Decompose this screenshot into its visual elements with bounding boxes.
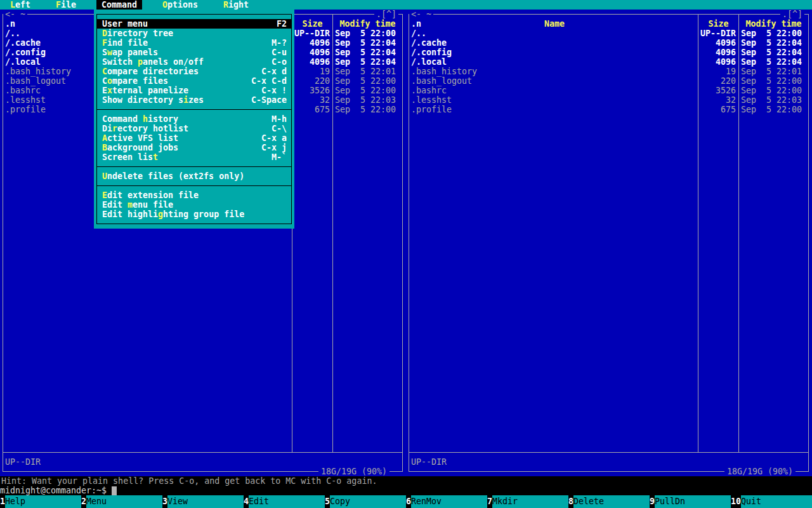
fkey-10-quit[interactable]: 10Quit bbox=[731, 495, 812, 508]
menubar-item-command[interactable]: Command bbox=[96, 0, 142, 10]
fkey-7-mkdir[interactable]: 7Mkdir bbox=[487, 495, 568, 508]
file-row[interactable]: .bash_logout220Sep 5 22:00 bbox=[409, 76, 809, 86]
file-name: .profile bbox=[5, 105, 46, 114]
fkey-label: Help bbox=[5, 495, 81, 508]
file-mtime: Sep 5 22:03 bbox=[741, 95, 802, 105]
menubar-left-hotkey: L bbox=[10, 0, 15, 10]
menu-bar: Left File Command Options Right bbox=[0, 0, 812, 10]
menubar-file-hotkey: F bbox=[56, 0, 61, 10]
fkey-5-copy[interactable]: 5Copy bbox=[325, 495, 406, 508]
menu-item-compare-directories[interactable]: Compare directoriesC-x d bbox=[97, 67, 291, 76]
fkey-label: Mkdir bbox=[492, 495, 568, 508]
file-mtime: Sep 5 22:00 bbox=[335, 76, 396, 86]
fkey-number: 4 bbox=[244, 495, 249, 508]
menu-item-external-panelize[interactable]: External panelizeC-x ! bbox=[97, 86, 291, 95]
file-row[interactable]: /.local4096Sep 5 22:04 bbox=[409, 57, 809, 67]
fkey-1-help[interactable]: 1Help bbox=[0, 495, 81, 508]
menu-item-command-history[interactable]: Command historyM-h bbox=[97, 114, 291, 124]
file-row[interactable]: .bashrc3526Sep 5 22:00 bbox=[409, 86, 809, 95]
right-panel-path: <- ~ bbox=[409, 10, 433, 19]
file-name: .bashrc bbox=[411, 86, 447, 95]
menu-item-active-vfs-list[interactable]: Active VFS listC-x a bbox=[97, 133, 291, 143]
menu-separator bbox=[96, 166, 292, 167]
fkey-number: 3 bbox=[162, 495, 167, 508]
left-panel-path: <- ~ bbox=[3, 10, 27, 19]
fkey-8-delete[interactable]: 8Delete bbox=[568, 495, 650, 508]
file-row[interactable]: .profile675Sep 5 22:00 bbox=[409, 105, 809, 114]
menu-item-directory-hotlist[interactable]: Directory hotlistC-\ bbox=[97, 124, 291, 133]
right-panel-disk-usage: 18G/19G (90%) bbox=[724, 467, 796, 476]
menu-shortcut: C-x a bbox=[261, 133, 287, 143]
left-panel-column-size[interactable]: Size bbox=[292, 19, 332, 29]
menu-separator bbox=[96, 109, 292, 110]
fkey-number: 7 bbox=[487, 495, 492, 508]
fkey-3-view[interactable]: 3View bbox=[162, 495, 244, 508]
menubar-command-label: ommand bbox=[107, 0, 137, 10]
menubar-item-file[interactable]: File bbox=[51, 0, 81, 10]
menu-item-edit-highlighting-group-file[interactable]: Edit highlighting group file bbox=[97, 210, 291, 219]
right-panel: <- ~ .[^] .n Name Size Modify time /..UP… bbox=[406, 10, 812, 476]
left-panel-status-separator bbox=[3, 452, 403, 453]
file-size: UP--DIR bbox=[292, 29, 330, 38]
fkey-label: Menu bbox=[86, 495, 162, 508]
menu-shortcut: C-x C-d bbox=[251, 76, 287, 86]
menu-shortcut: C-u bbox=[272, 48, 287, 57]
menubar-item-right[interactable]: Right bbox=[218, 0, 254, 10]
menu-shortcut: C-x d bbox=[261, 67, 287, 76]
command-line-input[interactable]: midnight@commander:~$ bbox=[0, 486, 812, 495]
file-mtime: Sep 5 22:04 bbox=[335, 38, 396, 48]
fkey-2-menu[interactable]: 2Menu bbox=[81, 495, 162, 508]
file-name: .bash_history bbox=[411, 67, 477, 76]
menu-shortcut: M-` bbox=[272, 152, 287, 162]
file-row[interactable]: .lesshst32Sep 5 22:03 bbox=[409, 95, 809, 105]
left-panel-history-button[interactable]: .[^] bbox=[374, 10, 398, 19]
menubar-item-left[interactable]: Left bbox=[5, 0, 36, 10]
file-name: .lesshst bbox=[411, 95, 452, 105]
right-panel-history-button[interactable]: .[^] bbox=[780, 10, 804, 19]
menu-item-switch-panels-on-off[interactable]: Switch panels on/offC-o bbox=[97, 57, 291, 67]
right-panel-column-mtime[interactable]: Modify time bbox=[739, 19, 808, 29]
file-mtime: Sep 5 22:01 bbox=[741, 67, 802, 76]
file-name: /.cache bbox=[411, 38, 447, 48]
file-row[interactable]: .bash_history19Sep 5 22:01 bbox=[409, 67, 809, 76]
fkey-4-edit[interactable]: 4Edit bbox=[244, 495, 325, 508]
menubar-options-hotkey: O bbox=[162, 0, 167, 10]
menu-shortcut: F2 bbox=[277, 19, 287, 29]
menu-item-background-jobs[interactable]: Background jobsC-x j bbox=[97, 143, 291, 152]
menu-item-find-file[interactable]: Find fileM-? bbox=[97, 38, 291, 48]
menubar-left-label: eft bbox=[15, 0, 30, 10]
file-mtime: Sep 5 22:00 bbox=[741, 29, 802, 38]
function-key-bar: 1Help 2Menu 3View 4Edit 5Copy 6RenMov 7M… bbox=[0, 495, 812, 508]
left-panel-column-mtime[interactable]: Modify time bbox=[333, 19, 402, 29]
file-row[interactable]: /.cache4096Sep 5 22:04 bbox=[409, 38, 809, 48]
menu-item-edit-menu-file[interactable]: Edit menu file bbox=[97, 200, 291, 210]
menu-item-user-menu[interactable]: User menuF2 bbox=[97, 19, 291, 29]
right-panel-column-name[interactable]: Name bbox=[411, 19, 698, 29]
file-name: .profile bbox=[411, 105, 452, 114]
menu-item-undelete-files[interactable]: Undelete files (ext2fs only) bbox=[97, 171, 291, 181]
menu-item-swap-panels[interactable]: Swap panelsC-u bbox=[97, 48, 291, 57]
menubar-options-label: ptions bbox=[167, 0, 198, 10]
file-row[interactable]: /..UP--DIRSep 5 22:00 bbox=[409, 29, 809, 38]
file-name: /.cache bbox=[5, 38, 41, 48]
menu-item-compare-files[interactable]: Compare filesC-x C-d bbox=[97, 76, 291, 86]
fkey-6-renmov[interactable]: 6RenMov bbox=[406, 495, 487, 508]
menu-item-edit-extension-file[interactable]: Edit extension file bbox=[97, 190, 291, 200]
menubar-item-options[interactable]: Options bbox=[157, 0, 203, 10]
file-row[interactable]: /.config4096Sep 5 22:04 bbox=[409, 48, 809, 57]
file-name: /.. bbox=[411, 29, 426, 38]
file-size: 675 bbox=[698, 105, 736, 114]
fkey-label: RenMov bbox=[411, 495, 487, 508]
menu-item-directory-tree[interactable]: Directory tree bbox=[97, 29, 291, 38]
right-panel-column-size[interactable]: Size bbox=[698, 19, 738, 29]
fkey-9-pulldn[interactable]: 9PullDn bbox=[650, 495, 731, 508]
command-menu: User menuF2 Directory tree Find fileM-? … bbox=[94, 10, 294, 229]
file-size: 4096 bbox=[292, 57, 330, 67]
menu-item-screen-list[interactable]: Screen listM-` bbox=[97, 152, 291, 162]
file-size: 19 bbox=[292, 67, 330, 76]
file-size: 4096 bbox=[292, 38, 330, 48]
fkey-number: 10 bbox=[731, 495, 741, 508]
menubar-right-hotkey: R bbox=[223, 0, 228, 10]
menu-separator bbox=[96, 185, 292, 186]
menu-item-show-directory-sizes[interactable]: Show directory sizesC-Space bbox=[97, 95, 291, 105]
